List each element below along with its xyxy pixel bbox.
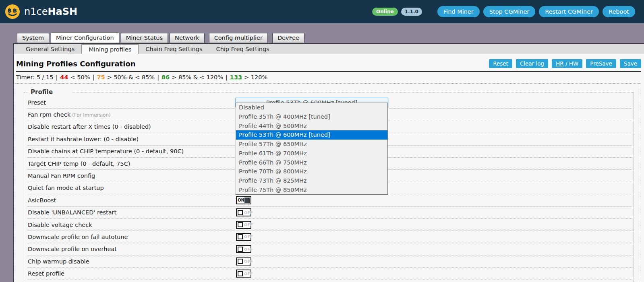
row-label-text: Disable voltage check [28,222,92,228]
toggle-reset-profile[interactable]: OFF [236,270,251,278]
action-button-presave[interactable]: PreSave [586,59,616,68]
tab-config-multiplier[interactable]: Config multiplier [209,33,268,43]
profile-row-disable-voltage-check: Disable voltage checkOFF [27,219,633,231]
row-label-text: Disable 'UNBALANCED' restart [28,209,116,216]
row-control: OFF [235,208,251,216]
timer-range-1: > 50% & < 85% [107,74,155,80]
row-label-text: Downscale profile on fail autotune [28,234,128,240]
row-label-text: Quiet fan mode at startup [28,185,104,191]
row-control: OFF [235,270,251,278]
dropdown-option-profile-35th-400mhz-tuned[interactable]: Profile 35Th @ 400MHz [tuned] [236,112,387,121]
row-label-text: Preset [28,99,46,106]
row-label: Disable chains at CHIP temperature (0 - … [27,148,235,154]
row-label-text: Target CHIP temp (0 - default, 75C) [28,161,130,167]
dropdown-option-profile-66th-750mhz[interactable]: Profile 66Th @ 750MHz [236,158,387,167]
header-button-find-miner[interactable]: Find Miner [437,6,480,17]
dropdown-option-profile-70th-800mhz[interactable]: Profile 70Th @ 800MHz [236,167,387,176]
header-buttons: Find MinerStop CGMinerRestart CGMinerReb… [437,6,635,17]
dropdown-option-profile-75th-850mhz[interactable]: Profile 75Th @ 850MHz [236,185,387,194]
tab-miner-configuration[interactable]: Miner Configuration [51,32,119,43]
row-label-text: Manual Fan RPM config [28,173,95,179]
row-control: OFF [235,245,251,253]
dropdown-option-profile-57th-650mhz[interactable]: Profile 57Th @ 650MHz [236,140,387,149]
dropdown-option-disabled[interactable]: Disabled [236,103,387,112]
dropdown-option-profile-53th-600mhz-tuned[interactable]: Profile 53Th @ 600MHz [tuned] [236,130,387,140]
page-title: Mining Profiles Configuration [16,60,136,68]
toggle-disable-unbalanced-restart[interactable]: OFF [236,208,251,216]
main-tabs: SystemMiner ConfigurationMiner StatusNet… [17,32,644,43]
tab-network[interactable]: Network [170,33,205,43]
row-label: Quiet fan mode at startup [27,185,235,191]
tab-system[interactable]: System [17,33,49,43]
timer-separator: | [226,74,228,80]
toggle-asicboost[interactable]: ON [236,196,251,204]
toggle-state-label: ON [238,198,244,202]
profile-row-reset-profile: Reset profileOFF [27,268,633,280]
row-label-text: Reset profile [28,270,64,277]
profile-legend: Profile [28,89,72,96]
toggle-chip-warmup-disable[interactable]: OFF [236,257,251,266]
row-label-hint: (For Immersion) [72,112,111,118]
header-button-restart-cgminer[interactable]: Restart CGMiner [539,6,599,17]
subtabs: General SettingsMining profilesChain Fre… [14,44,644,54]
row-label-text: Fan rpm check [28,111,70,118]
row-label: Disable restart after X times (0 - disab… [27,124,235,130]
toggle-disable-voltage-check[interactable]: OFF [236,221,251,229]
header-button-reboot[interactable]: Reboot [603,6,635,17]
subtab-general-settings[interactable]: General Settings [19,44,81,54]
row-label: Restart if hashrate lower: (0 - disable) [27,136,235,142]
subtab-chain-freq-settings[interactable]: Chain Freq Settings [139,44,209,54]
row-label: Target CHIP temp (0 - default, 75C) [27,161,235,167]
tab-devfee[interactable]: DevFee [272,33,304,43]
action-button-save[interactable]: Save [620,59,641,68]
dropdown-option-profile-61th-700mhz[interactable]: Profile 61Th @ 700MHz [236,149,387,158]
row-label: Downscale profile on fail autotune [27,234,235,240]
row-control: OFF [235,257,251,266]
profile-row-downscale-profile-on-fail-autotune: Downscale profile on fail autotuneOFF [27,231,633,243]
tab-miner-status[interactable]: Miner Status [121,33,168,43]
header-right: Online 1.1.0 Find MinerStop CGMinerResta… [372,6,635,17]
action-button-reset[interactable]: Reset [489,59,512,68]
action-button-hr-hw[interactable]: HR / HW [552,59,582,68]
row-label: Downscale profile on overheat [27,246,235,252]
title-row: Mining Profiles Configuration ResetClear… [14,59,644,68]
toggle-knob [244,198,250,203]
toggle-knob [238,247,243,252]
profile-row-chip-warmup-disable: Chip warmup disableOFF [27,255,633,268]
toggle-downscale-profile-on-overheat[interactable]: OFF [236,245,251,253]
timer-separator: | [157,74,159,80]
row-label: Preset [27,99,235,106]
toggle-state-label: OFF [244,235,253,239]
logo-text: n1ceHaSH [24,6,77,17]
timer-separator: | [93,74,95,80]
action-button-text: / HW [564,60,579,67]
timer-value-0: 44 [60,74,68,80]
timer-value-1: 75 [97,74,105,80]
row-label-text: Downscale profile on overheat [28,246,117,252]
header-button-stop-cgminer[interactable]: Stop CGMiner [483,6,536,17]
action-buttons: ResetClear logHR / HWPreSaveSave [489,59,641,68]
app-header: ฿ ฿ n1ceHaSH Online 1.1.0 Find MinerStop… [0,0,644,23]
timer-line: Timer: 5 / 15|44< 50%|75> 50% & < 85%|86… [14,74,644,80]
subtab-chip-freq-settings[interactable]: Chip Freq Settings [209,44,276,54]
toggle-knob [238,234,243,239]
timer-prefix: Timer: 5 / 15 [16,74,53,80]
timer-range-2: > 85% & < 120% [172,74,223,80]
dropdown-option-profile-44th-500mhz[interactable]: Profile 44Th @ 500MHz [236,121,387,130]
timer-value-3: 133 [230,74,242,80]
svg-text:฿: ฿ [8,7,12,14]
profile-row-disable-unbalanced-restart: Disable 'UNBALANCED' restartOFF [27,207,633,219]
toggle-state-label: OFF [244,259,253,263]
dropdown-option-profile-73th-825mhz[interactable]: Profile 73Th @ 825MHz [236,176,387,185]
toggle-state-label: OFF [244,272,253,276]
action-button-clear-log[interactable]: Clear log [516,59,548,68]
toggle-state-label: OFF [244,222,253,227]
row-label: Fan rpm check(For Immersion) [27,111,235,118]
toggle-downscale-profile-on-fail-autotune[interactable]: OFF [236,233,251,241]
action-button-text: HR [556,60,564,67]
toggle-knob [238,259,243,264]
row-control: ON [235,196,251,204]
logo-text-part1: n1ce [24,6,48,17]
timer-separator: | [56,74,58,80]
subtab-mining-profiles[interactable]: Mining profiles [81,44,139,54]
